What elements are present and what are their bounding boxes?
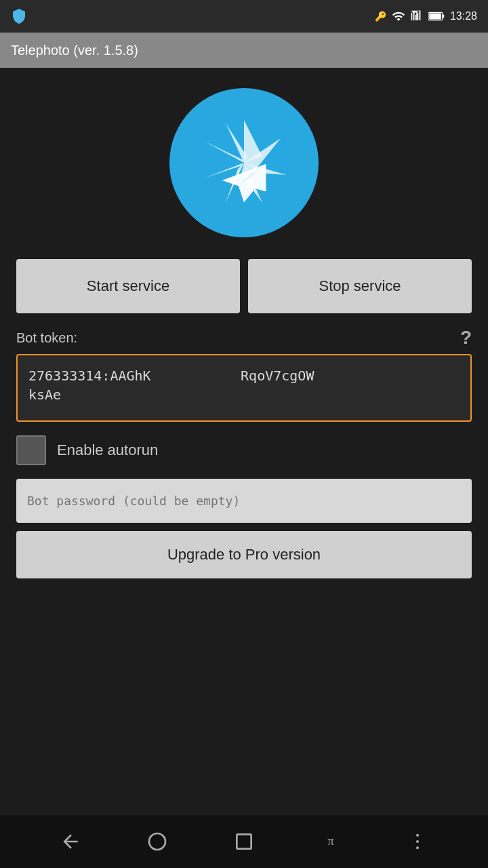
svg-rect-2 [415,15,417,20]
home-button[interactable] [137,821,178,862]
autorun-label: Enable autorun [57,441,158,459]
autorun-checkbox[interactable] [16,435,46,465]
signal-icon [411,10,423,22]
svg-rect-1 [413,14,415,20]
status-bar-right: 🔑 13:28 [375,9,477,23]
battery-icon [428,11,445,22]
svg-rect-3 [418,13,419,20]
start-service-button[interactable]: Start service [16,259,240,313]
logo-svg [183,102,305,224]
pi-label: π [310,821,351,862]
autorun-row: Enable autorun [16,435,472,465]
time-display: 13:28 [450,10,477,22]
service-buttons: Start service Stop service [16,259,472,313]
help-icon[interactable]: ? [460,327,472,349]
svg-rect-9 [237,834,251,848]
svg-rect-4 [420,11,421,20]
svg-point-12 [416,846,419,849]
bot-password-input[interactable] [16,479,472,523]
shield-icon [11,8,27,24]
svg-rect-6 [443,15,444,18]
status-bar: 🔑 13:28 [0,0,488,33]
bot-token-input[interactable]: 276333314:AAGhK RqoV7cgOW ksAe [16,354,472,422]
upgrade-button[interactable]: Upgrade to Pro version [16,531,472,578]
app-logo [169,88,319,237]
svg-rect-7 [429,14,441,20]
title-bar: Telephoto (ver. 1.5.8) [0,33,488,68]
bot-token-label-row: Bot token: ? [16,327,472,349]
recents-button[interactable] [224,821,264,862]
svg-rect-0 [411,13,413,20]
svg-point-10 [416,833,419,836]
status-bar-left [11,8,27,24]
wifi-icon [392,9,405,23]
menu-button[interactable] [397,821,438,862]
key-icon: 🔑 [375,11,386,22]
svg-point-11 [416,840,419,843]
bottom-nav: π [0,814,488,868]
svg-point-8 [149,833,165,850]
back-button[interactable] [50,821,91,862]
app-title: Telephoto (ver. 1.5.8) [11,43,138,58]
stop-service-button[interactable]: Stop service [248,259,472,313]
main-content: Start service Stop service Bot token: ? … [0,68,488,814]
bot-token-label: Bot token: [16,330,77,346]
